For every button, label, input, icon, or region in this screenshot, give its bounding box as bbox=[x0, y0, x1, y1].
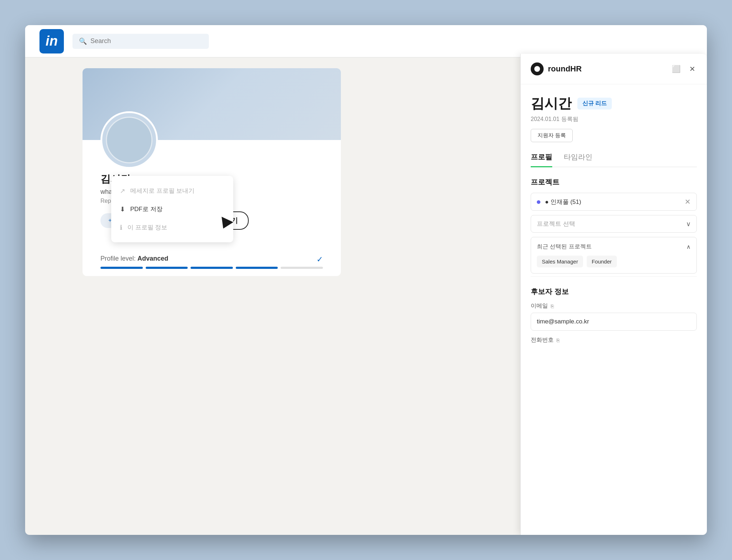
recent-projects: 최근 선택된 프로젝트 ∧ Sales Manager Founder bbox=[531, 237, 697, 274]
project-close-button[interactable]: ✕ bbox=[685, 197, 691, 206]
progress-bars bbox=[100, 267, 323, 269]
profile-level: Profile level: Advanced ✓ bbox=[83, 248, 341, 276]
progress-bar-1 bbox=[100, 267, 143, 269]
profile-avatar-wrapper bbox=[100, 111, 158, 169]
search-bar[interactable]: 🔍 bbox=[72, 34, 209, 49]
candidate-name-header: 김시간 신규 리드 bbox=[531, 94, 697, 113]
project-select-dropdown[interactable]: 프로젝트 선택 ∨ bbox=[531, 215, 697, 233]
panel-controls: ⬜ ✕ bbox=[670, 63, 697, 75]
share-icon: ↗ bbox=[120, 187, 125, 195]
panel-header: roundHR ⬜ ✕ bbox=[521, 54, 707, 84]
section-divider bbox=[531, 276, 697, 277]
brand-icon bbox=[531, 62, 544, 75]
progress-bar-3 bbox=[191, 267, 233, 269]
selected-project-tag: ● 인재풀 (51) ✕ bbox=[531, 193, 697, 211]
roundhr-panel: roundHR ⬜ ✕ 김시간 신규 리드 2024.01.01 등록됨 지원자… bbox=[520, 54, 707, 535]
info-icon: ℹ bbox=[120, 224, 122, 232]
panel-tabs: 프로필 타임라인 bbox=[531, 152, 697, 167]
download-icon: ⬇ bbox=[120, 205, 125, 213]
profile-avatar bbox=[100, 111, 158, 169]
progress-bar-5 bbox=[281, 267, 323, 269]
brand-name: roundHR bbox=[548, 64, 582, 74]
recent-tags: Sales Manager Founder bbox=[537, 256, 691, 267]
linkedin-topbar: in 🔍 bbox=[25, 25, 707, 57]
copy-icon[interactable]: ⎘ bbox=[551, 303, 554, 309]
project-section: 프로젝트 ● 인재풀 (51) ✕ 프로젝트 선택 ∨ 최근 선택된 프로젝트 bbox=[531, 177, 697, 274]
profile-card: 김시간 whattime company Founder Republic of… bbox=[83, 68, 341, 276]
dropdown-item-share[interactable]: ↗ 메세지로 프로필 보내기 bbox=[111, 182, 233, 200]
panel-content: 김시간 신규 리드 2024.01.01 등록됨 지원자 등록 프로필 타임라인… bbox=[521, 84, 707, 357]
dropdown-item-info[interactable]: ℹ 이 프로필 정보 bbox=[111, 218, 233, 237]
recent-tag-0[interactable]: Sales Manager bbox=[537, 256, 583, 267]
linkedin-logo: in bbox=[39, 29, 64, 53]
tab-timeline[interactable]: 타임라인 bbox=[564, 152, 592, 167]
candidate-info-title: 후보자 정보 bbox=[531, 287, 697, 297]
search-icon: 🔍 bbox=[79, 37, 87, 45]
registered-date: 2024.01.01 등록됨 bbox=[531, 116, 697, 123]
chevron-up-icon: ∧ bbox=[686, 243, 691, 250]
close-button[interactable]: ✕ bbox=[688, 63, 697, 75]
project-section-title: 프로젝트 bbox=[531, 177, 697, 187]
brand-icon-inner bbox=[534, 66, 540, 72]
recent-projects-header[interactable]: 최근 선택된 프로젝트 ∧ bbox=[537, 243, 691, 251]
phone-label: 전화번호 ⎘ bbox=[531, 336, 697, 344]
tab-profile[interactable]: 프로필 bbox=[531, 152, 552, 167]
chevron-down-icon: ∨ bbox=[686, 220, 691, 228]
dropdown-item-pdf[interactable]: ⬇ PDF로 저장 bbox=[111, 200, 233, 218]
candidate-info-section: 후보자 정보 이메일 ⎘ time@sample.co.kr 전화번호 ⎘ bbox=[531, 287, 697, 344]
check-icon: ✓ bbox=[316, 255, 323, 264]
progress-bar-4 bbox=[236, 267, 278, 269]
copy-phone-icon[interactable]: ⎘ bbox=[557, 337, 559, 343]
register-button[interactable]: 지원자 등록 bbox=[531, 129, 573, 142]
progress-bar-2 bbox=[146, 267, 188, 269]
expand-button[interactable]: ⬜ bbox=[670, 63, 682, 75]
search-input[interactable] bbox=[90, 37, 202, 45]
profile-avatar-inner bbox=[106, 117, 152, 163]
project-dot bbox=[537, 200, 540, 204]
browser-window: in 🔍 김시간 whattime company Founder Republ… bbox=[25, 25, 707, 535]
dropdown-menu: ↗ 메세지로 프로필 보내기 ⬇ PDF로 저장 ℹ 이 프로필 정보 bbox=[111, 176, 233, 242]
new-lead-badge: 신규 리드 bbox=[577, 98, 612, 109]
recent-tag-1[interactable]: Founder bbox=[587, 256, 617, 267]
panel-brand: roundHR bbox=[531, 62, 582, 75]
email-label: 이메일 ⎘ bbox=[531, 302, 697, 310]
email-value: time@sample.co.kr bbox=[531, 313, 697, 331]
